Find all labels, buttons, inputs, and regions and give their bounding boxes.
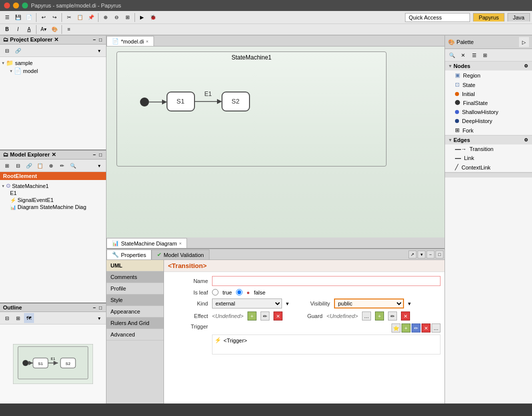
guard-detail-btn[interactable]: … xyxy=(362,312,371,320)
ol-btn1[interactable]: ⊟ xyxy=(2,313,12,323)
tb-redo-btn[interactable]: ↪ xyxy=(50,12,60,22)
trigger-del-btn[interactable]: ✕ xyxy=(422,324,430,332)
prop-sidebar-rulers[interactable]: Rulers And Grid xyxy=(106,318,164,329)
me-btn7[interactable]: 🔍 xyxy=(68,160,78,170)
prop-sidebar-comments[interactable]: Comments xyxy=(106,272,164,283)
nodes-settings-icon[interactable]: ⚙ xyxy=(524,64,528,68)
properties-tab[interactable]: 🔧 Properties xyxy=(106,250,152,260)
palette-item-region[interactable]: ▣ Region xyxy=(445,70,532,80)
guard-del-btn[interactable]: ✕ xyxy=(401,312,410,320)
me-btn2[interactable]: ⊟ xyxy=(13,160,23,170)
prop-sidebar-advanced[interactable]: Advanced xyxy=(106,329,164,340)
pe-min-btn[interactable]: − xyxy=(92,37,97,42)
font-color-btn[interactable]: A▾ xyxy=(38,24,48,34)
trigger-btn1[interactable]: ⭐ xyxy=(392,324,400,332)
palette-item-state[interactable]: ⊡ State xyxy=(445,80,532,90)
guard-add-btn[interactable]: + xyxy=(375,312,384,320)
prop-sidebar-profile[interactable]: Profile xyxy=(106,283,164,294)
effect-edit-btn[interactable]: ✏ xyxy=(260,312,270,320)
ol-btn2[interactable]: ⊞ xyxy=(13,313,23,323)
tree-e1[interactable]: E1 xyxy=(2,190,104,196)
me-btn4[interactable]: 📋 xyxy=(35,160,45,170)
tb-paste-btn[interactable]: 📌 xyxy=(86,12,96,22)
palette-tb1[interactable]: 🔍 xyxy=(447,50,457,60)
palette-nodes-header[interactable]: ▾ Nodes ⚙ xyxy=(445,62,532,70)
palette-item-link[interactable]: Link xyxy=(445,154,532,162)
tb-zoom-out-btn[interactable]: ⊖ xyxy=(112,12,122,22)
root-element-item[interactable]: RootElement xyxy=(0,172,106,180)
tb-cut-btn[interactable]: ✂ xyxy=(64,12,74,22)
effect-add-btn[interactable]: + xyxy=(248,312,256,320)
prop-sidebar-uml[interactable]: UML xyxy=(106,260,164,272)
tb-debug-btn[interactable]: 🐞 xyxy=(148,12,158,22)
guard-edit-btn[interactable]: ✏ xyxy=(388,312,397,320)
pe-max-btn[interactable]: □ xyxy=(98,37,103,42)
tb-save-btn[interactable]: 💾 xyxy=(13,12,23,22)
ol-more-btn[interactable]: ▾ xyxy=(94,313,104,323)
me-more-btn[interactable]: ▾ xyxy=(94,160,104,170)
me-btn3[interactable]: 🔗 xyxy=(24,160,34,170)
sm-tab[interactable]: 📊 StateMachine Diagram × xyxy=(106,238,187,248)
trigger-more-btn[interactable]: … xyxy=(432,324,440,332)
palette-item-contextlink[interactable]: ╱ ContextLink xyxy=(445,162,532,172)
edges-settings-icon[interactable]: ⚙ xyxy=(524,138,528,142)
tree-statemachine1[interactable]: ▾ ⊙ StateMachine1 xyxy=(2,182,104,190)
palette-item-fork[interactable]: ⊞ Fork xyxy=(445,126,532,135)
tb-copy-btn[interactable]: 📋 xyxy=(75,12,85,22)
java-tab[interactable]: Java xyxy=(508,13,530,22)
underline-btn[interactable]: A xyxy=(24,24,34,34)
trigger-add-btn[interactable]: + xyxy=(402,324,410,332)
tree-item-model[interactable]: ▾ 📄 model xyxy=(2,67,104,75)
italic-btn[interactable]: I xyxy=(13,24,23,34)
close-button[interactable] xyxy=(4,2,10,8)
diagram-canvas[interactable]: StateMachine1 S1 E1 S2 xyxy=(106,46,444,238)
isleaf-true-radio[interactable] xyxy=(212,289,218,296)
palette-tb3[interactable]: ☰ xyxy=(469,50,479,60)
palette-item-finalstate[interactable]: FinalState xyxy=(445,98,532,108)
isleaf-false-radio[interactable] xyxy=(236,289,242,296)
me-btn5[interactable]: ⊕ xyxy=(46,160,56,170)
bg-color-btn[interactable]: 🎨 xyxy=(50,24,60,34)
pe-link-btn[interactable]: 🔗 xyxy=(13,46,23,56)
palette-item-transition[interactable]: → Transition xyxy=(445,144,532,154)
align-left-btn[interactable]: ≡ xyxy=(64,24,74,34)
tb-new-btn[interactable]: ☰ xyxy=(2,12,12,22)
sm-tab-close[interactable]: × xyxy=(179,241,182,246)
palette-scrollbar[interactable] xyxy=(445,172,532,178)
minimize-button[interactable] xyxy=(13,2,19,8)
bt-action1[interactable]: ↗ xyxy=(408,250,416,258)
palette-tb4[interactable]: ⊞ xyxy=(480,50,490,60)
tree-diagram[interactable]: 📊 Diagram StateMachine Diag xyxy=(2,204,104,210)
papyrus-tab[interactable]: Papyrus xyxy=(473,13,504,22)
prop-sidebar-appearance[interactable]: Appearance xyxy=(106,306,164,318)
bt-action2[interactable]: ▾ xyxy=(418,250,426,258)
model-validation-tab[interactable]: ✔ Model Validation xyxy=(152,250,210,260)
palette-item-deephistory[interactable]: DeepHistory xyxy=(445,116,532,126)
palette-item-shallowhistory[interactable]: ShallowHistory xyxy=(445,108,532,116)
palette-expand-btn[interactable]: ▷ xyxy=(519,37,529,47)
palette-item-initial[interactable]: Initial xyxy=(445,90,532,98)
name-input[interactable] xyxy=(212,276,440,286)
tb-undo-btn[interactable]: ↩ xyxy=(38,12,48,22)
me-min-btn[interactable]: − xyxy=(92,152,97,158)
prop-sidebar-style[interactable]: Style xyxy=(106,294,164,306)
outline-min-btn[interactable]: − xyxy=(92,305,97,310)
tree-item-sample[interactable]: ▾ 📁 sample xyxy=(2,59,104,67)
bt-min-btn[interactable]: − xyxy=(426,250,434,258)
bold-btn[interactable]: B xyxy=(2,24,12,34)
maximize-button[interactable] xyxy=(22,2,28,8)
outline-max-btn[interactable]: □ xyxy=(98,305,103,310)
tb-zoom-in-btn[interactable]: ⊕ xyxy=(100,12,110,22)
tb-run-btn[interactable]: ▶ xyxy=(137,12,147,22)
visibility-select[interactable]: public private protected xyxy=(334,298,404,308)
pe-collapse-btn[interactable]: ⊟ xyxy=(2,46,12,56)
ol-btn3[interactable]: 🗺 xyxy=(24,313,34,323)
model-di-tab[interactable]: 📄 *model.di × xyxy=(106,36,154,46)
tb-saveas-btn[interactable]: 📄 xyxy=(24,12,34,22)
trigger-edit-btn[interactable]: ✏ xyxy=(412,324,420,332)
me-max-btn[interactable]: □ xyxy=(98,152,103,158)
me-btn6[interactable]: ✏ xyxy=(57,160,67,170)
kind-select[interactable]: external internal local xyxy=(212,298,282,308)
effect-del-btn[interactable]: ✕ xyxy=(274,312,282,320)
pe-more-btn[interactable]: ▾ xyxy=(94,46,104,56)
